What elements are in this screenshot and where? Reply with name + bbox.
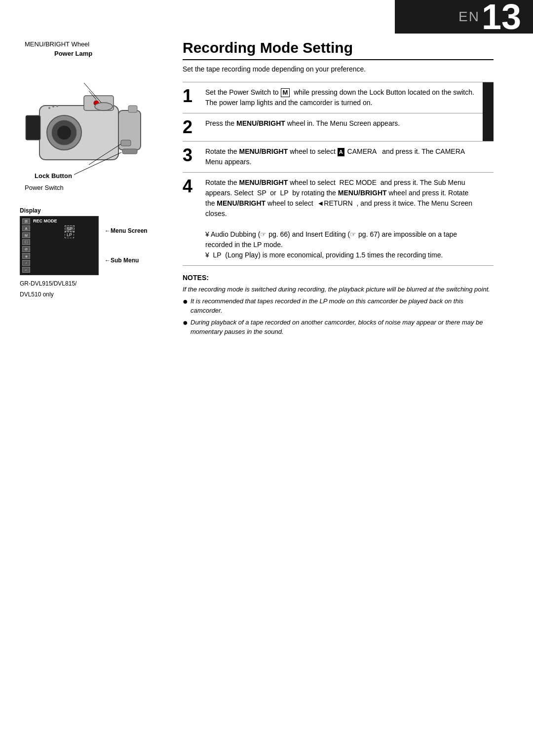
- step-3-number: 3: [183, 146, 205, 164]
- notes-section: NOTES: If the recording mode is switched…: [183, 274, 494, 337]
- step-4-content: Rotate the MENU/BRIGHT wheel to select R…: [205, 178, 479, 260]
- display-label: Display: [20, 207, 168, 214]
- note-bullet-2: ● It is recommended that tapes recorded …: [183, 296, 494, 316]
- left-column: MENU/BRIGHT Wheel Power Lamp: [20, 39, 168, 298]
- step-1-number: 1: [183, 87, 205, 105]
- screen-labels-right: ←Menu Screen ←Sub Menu: [105, 216, 148, 275]
- power-lamp-label: Power Lamp: [54, 50, 92, 57]
- camera-svg: [25, 76, 153, 184]
- model-label-2: DVL510 only: [20, 291, 168, 298]
- step-1-content: Set the Power Switch to M while pressing…: [205, 87, 479, 108]
- svg-point-6: [48, 107, 50, 109]
- note-text-2: It is recommended that tapes recorded in…: [190, 296, 494, 316]
- svg-rect-14: [121, 140, 131, 146]
- step-3-wrapper: 3 Rotate the MENU/BRIGHT wheel to select…: [183, 142, 494, 173]
- step-1-wrapper: 1 Set the Power Switch to M while pressi…: [183, 82, 494, 113]
- menu-screen-label: ←Menu Screen: [105, 227, 148, 234]
- model-label-1: GR-DVL915/DVL815/: [20, 280, 168, 287]
- screen-icons: 囲 A M ⛶ @ ⊕ ♪ ⌐: [22, 218, 30, 273]
- svg-point-3: [57, 126, 71, 140]
- step-2-accent: [483, 113, 494, 141]
- bullet-dot-3: ●: [183, 318, 190, 328]
- step-1: 1 Set the Power Switch to M while pressi…: [183, 82, 494, 113]
- note-bullet-3: ● During playback of a tape recorded on …: [183, 318, 494, 337]
- yen-note-1: ¥ Audio Dubbing (☞ pg. 66) and Insert Ed…: [205, 230, 457, 249]
- step-4-number: 4: [183, 178, 205, 195]
- lock-button-label: Lock Button: [35, 172, 72, 180]
- step-4: 4 Rotate the MENU/BRIGHT wheel to select…: [183, 173, 494, 265]
- icon-gear: ⊕: [22, 253, 30, 259]
- note-sub-1: If the recording mode is switched during…: [183, 285, 494, 294]
- svg-point-7: [52, 106, 54, 108]
- header-bar: EN 13: [395, 0, 533, 34]
- icon-grid: 囲: [22, 218, 30, 224]
- step-3: 3 Rotate the MENU/BRIGHT wheel to select…: [183, 142, 494, 172]
- svg-point-12: [95, 103, 113, 110]
- step-1-accent: [483, 82, 494, 118]
- step-4-wrapper: 4 Rotate the MENU/BRIGHT wheel to select…: [183, 173, 494, 266]
- right-column: Recording Mode Setting Set the tape reco…: [183, 39, 513, 339]
- power-switch-label: Power Switch: [25, 184, 64, 191]
- svg-rect-18: [128, 106, 137, 112]
- icon-at: @: [22, 246, 30, 252]
- step-2-wrapper: 2 Press the MENU/BRIGHT wheel in. The Me…: [183, 113, 494, 142]
- svg-rect-9: [26, 115, 40, 140]
- subtitle: Set the tape recording mode depending on…: [183, 65, 494, 73]
- step-3-content: Rotate the MENU/BRIGHT wheel to select A…: [205, 146, 479, 167]
- notes-title: NOTES:: [183, 274, 494, 282]
- note-text-3: During playback of a tape recorded on an…: [190, 318, 494, 337]
- display-screen: 囲 A M ⛶ @ ⊕ ♪ ⌐ REC MODE SP LP: [20, 216, 99, 275]
- m-icon: M: [281, 88, 290, 97]
- display-section: Display 囲 A M ⛶ @ ⊕ ♪ ⌐ REC MODE SP LP: [20, 207, 168, 298]
- page-number: 13: [482, 0, 521, 35]
- camera-diagram: Lock Button Power Switch: [20, 61, 158, 199]
- screen-rec-mode: REC MODE: [33, 218, 57, 223]
- step-2: 2 Press the MENU/BRIGHT wheel in. The Me…: [183, 113, 494, 141]
- step-2-content: Press the MENU/BRIGHT wheel in. The Menu…: [205, 118, 479, 129]
- icon-a: A: [22, 225, 30, 231]
- icon-note: ♪: [22, 260, 30, 266]
- menu-bright-label: MENU/BRIGHT Wheel: [25, 40, 89, 48]
- screen-lp: LP: [65, 231, 74, 238]
- icon-plug: ⌐: [22, 267, 30, 273]
- yen-note-2: ¥ LP (Long Play) is more economical, pro…: [205, 251, 443, 259]
- svg-point-8: [56, 105, 58, 107]
- bullet-dot-2: ●: [183, 296, 190, 307]
- icon-m: M: [22, 232, 30, 238]
- steps-container: 1 Set the Power Switch to M while pressi…: [183, 82, 494, 266]
- page-title: Recording Mode Setting: [183, 39, 494, 60]
- svg-rect-16: [122, 149, 137, 154]
- en-label: EN: [458, 9, 480, 25]
- step-2-number: 2: [183, 118, 205, 136]
- sub-menu-label: ←Sub Menu: [105, 257, 148, 264]
- screen-wrapper: 囲 A M ⛶ @ ⊕ ♪ ⌐ REC MODE SP LP ←Menu Scr…: [20, 216, 168, 275]
- icon-camera: ⛶: [22, 239, 30, 245]
- camera-menu-icon: A: [338, 148, 344, 156]
